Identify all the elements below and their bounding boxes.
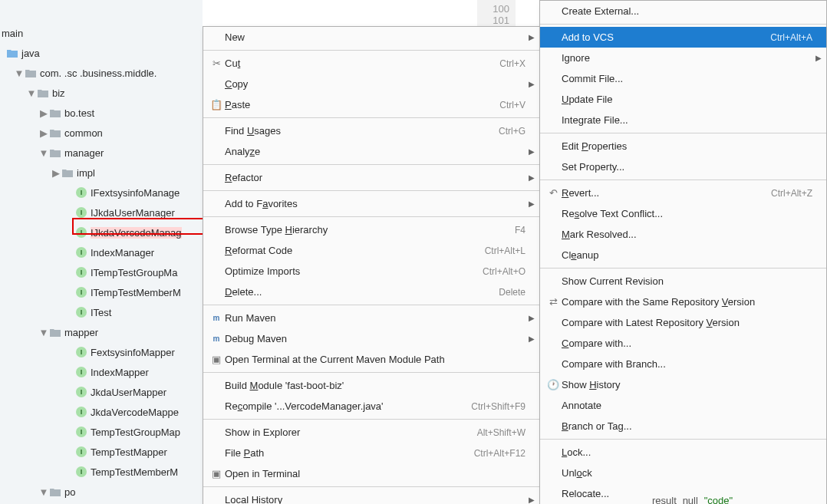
menu-compare-branch[interactable]: Compare with Branch... xyxy=(540,354,826,374)
folder-icon xyxy=(25,67,37,79)
tree-file[interactable]: IJkdaUserMapper xyxy=(0,382,203,402)
tree-file[interactable]: ITempTestMapper xyxy=(0,442,203,462)
menu-compare-same[interactable]: ⇄Compare with the Same Repository Versio… xyxy=(540,292,826,312)
menu-ignore[interactable]: Ignore▶ xyxy=(540,48,826,68)
tree-file[interactable]: IIFextsysinfoManage xyxy=(0,183,203,203)
menu-add-to-vcs[interactable]: Add to VCSCtrl+Alt+A xyxy=(540,27,826,48)
menu-annotate[interactable]: Annotate xyxy=(540,395,826,416)
interface-icon: I xyxy=(75,226,87,239)
chevron-right-icon: ▶ xyxy=(38,127,49,139)
interface-icon: I xyxy=(75,386,87,398)
tree-node-java[interactable]: java xyxy=(0,43,203,63)
menu-show-history[interactable]: 🕐Show History xyxy=(540,374,826,395)
separator xyxy=(203,305,539,305)
terminal-icon: ▣ xyxy=(208,354,225,365)
menu-resolve-conflict[interactable]: Resolve Text Conflict... xyxy=(540,203,826,224)
separator xyxy=(203,216,539,217)
menu-mark-resolved[interactable]: Mark Resolved... xyxy=(540,224,826,245)
context-menu: New▶ ✂CutCtrl+X Copy▶ 📋PasteCtrl+V Find … xyxy=(203,26,540,504)
menu-analyze[interactable]: Analyze▶ xyxy=(203,141,539,162)
submenu-arrow-icon: ▶ xyxy=(529,173,535,182)
tree-node-common[interactable]: ▶common xyxy=(0,123,203,143)
paste-icon: 📋 xyxy=(208,99,225,110)
menu-optimize-imports[interactable]: Optimize ImportsCtrl+Alt+O xyxy=(203,261,539,282)
menu-recompile[interactable]: Recompile '...VercodeManager.java'Ctrl+S… xyxy=(203,396,539,417)
project-tree[interactable]: main java ▼com. .sc .business.middle. ▼b… xyxy=(0,0,203,504)
separator xyxy=(540,180,826,180)
interface-icon: I xyxy=(75,266,87,278)
line-number: 100 xyxy=(483,3,509,15)
menu-unlock[interactable]: Unlock xyxy=(540,463,826,483)
menu-set-property[interactable]: Set Property... xyxy=(540,156,826,177)
menu-debug-maven[interactable]: mDebug Maven▶ xyxy=(203,328,539,349)
separator xyxy=(203,419,539,420)
tree-file[interactable]: IIndexMapper xyxy=(0,362,203,382)
tree-file[interactable]: IJkdaVercodeMappe xyxy=(0,402,203,422)
menu-lock[interactable]: Lock... xyxy=(540,442,826,463)
menu-revert[interactable]: ↶Revert...Ctrl+Alt+Z xyxy=(540,183,826,203)
menu-open-terminal[interactable]: ▣Open in Terminal xyxy=(203,463,539,484)
tree-node-pkg[interactable]: ▼com. .sc .business.middle. xyxy=(0,63,203,83)
tree-node-main[interactable]: main xyxy=(0,23,203,43)
submenu-arrow-icon: ▶ xyxy=(529,496,535,504)
menu-refactor[interactable]: Refactor▶ xyxy=(203,167,539,188)
menu-integrate-file[interactable]: Integrate File... xyxy=(540,110,826,130)
folder-icon xyxy=(49,107,61,119)
tree-node-manager[interactable]: ▼manager xyxy=(0,143,203,163)
menu-create-external[interactable]: Create External... xyxy=(540,1,826,21)
menu-copy[interactable]: Copy▶ xyxy=(203,74,539,94)
folder-icon xyxy=(49,326,61,338)
gutter: 100 101 xyxy=(477,0,516,29)
menu-cut[interactable]: ✂CutCtrl+X xyxy=(203,53,539,74)
folder-icon xyxy=(49,127,61,139)
tree-file[interactable]: IFextsysinfoMapper xyxy=(0,342,203,362)
menu-compare-with[interactable]: Compare with... xyxy=(540,333,826,354)
tree-node-biz[interactable]: ▼biz xyxy=(0,83,203,103)
chevron-down-icon: ▼ xyxy=(38,147,49,159)
tree-file[interactable]: ITempTestGroupMap xyxy=(0,422,203,442)
code-fragment: result null "code" xyxy=(652,495,733,504)
tree-node-po[interactable]: ▼po xyxy=(0,482,203,502)
tree-file[interactable]: IIndexManager xyxy=(0,242,203,262)
menu-reformat[interactable]: Reformat CodeCtrl+Alt+L xyxy=(203,240,539,261)
tree-node-impl[interactable]: ▶impl xyxy=(0,163,203,183)
menu-build-module[interactable]: Build Module 'fast-boot-biz' xyxy=(203,375,539,396)
submenu-arrow-icon: ▶ xyxy=(815,54,822,62)
menu-paste[interactable]: 📋PasteCtrl+V xyxy=(203,94,539,115)
menu-show-explorer[interactable]: Show in ExplorerAlt+Shift+W xyxy=(203,422,539,443)
submenu-arrow-icon: ▶ xyxy=(529,80,535,88)
folder-icon xyxy=(37,87,49,99)
chevron-down-icon: ▼ xyxy=(14,68,25,79)
submenu-arrow-icon: ▶ xyxy=(529,199,535,208)
menu-open-terminal-maven[interactable]: ▣Open Terminal at the Current Maven Modu… xyxy=(203,349,539,370)
separator xyxy=(203,50,539,51)
menu-branch-tag[interactable]: Branch or Tag... xyxy=(540,416,826,436)
interface-icon: I xyxy=(75,346,87,358)
menu-browse-hierarchy[interactable]: Browse Type HierarchyF4 xyxy=(203,219,539,240)
menu-local-history[interactable]: Local History▶ xyxy=(203,489,539,504)
separator xyxy=(540,439,826,440)
tree-file[interactable]: IIJkdaUserManager xyxy=(0,203,203,222)
tree-file[interactable]: IITempTestMemberM xyxy=(0,282,203,302)
tree-node-mapper[interactable]: ▼mapper xyxy=(0,322,203,342)
menu-cleanup[interactable]: Cleanup xyxy=(540,245,826,265)
tree-file[interactable]: IITempTestGroupMa xyxy=(0,262,203,282)
tree-file-selected[interactable]: IIJkdaVercodeManag xyxy=(0,222,203,242)
chevron-down-icon: ▼ xyxy=(38,327,49,338)
menu-new[interactable]: New▶ xyxy=(203,27,539,48)
tree-file[interactable]: IITest xyxy=(0,302,203,322)
menu-commit-file[interactable]: Commit File... xyxy=(540,68,826,89)
history-icon: 🕐 xyxy=(545,379,562,390)
subversion-submenu: Create External... Add to VCSCtrl+Alt+A … xyxy=(539,0,827,504)
menu-favorites[interactable]: Add to Favorites▶ xyxy=(203,193,539,214)
menu-update-file[interactable]: Update File xyxy=(540,89,826,110)
menu-compare-latest[interactable]: Compare with Latest Repository Version xyxy=(540,312,826,333)
menu-show-revision[interactable]: Show Current Revision xyxy=(540,271,826,292)
menu-find-usages[interactable]: Find UsagesCtrl+G xyxy=(203,120,539,141)
menu-delete[interactable]: Delete...Delete xyxy=(203,282,539,302)
menu-run-maven[interactable]: mRun Maven▶ xyxy=(203,308,539,328)
tree-file[interactable]: ITempTestMemberM xyxy=(0,462,203,482)
menu-edit-properties[interactable]: Edit Properties xyxy=(540,136,826,156)
menu-file-path[interactable]: File PathCtrl+Alt+F12 xyxy=(203,443,539,463)
tree-node-botest[interactable]: ▶bo.test xyxy=(0,103,203,123)
